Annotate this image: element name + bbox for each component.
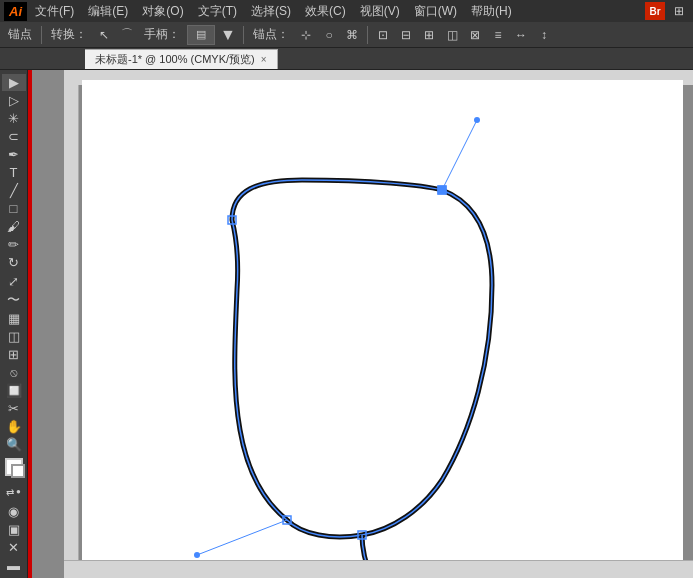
fill-box[interactable] bbox=[5, 458, 23, 476]
menu-right: Br ⊞ bbox=[645, 1, 689, 21]
transform-btn2[interactable]: ⌒ bbox=[117, 25, 137, 45]
ai-logo: Ai bbox=[4, 2, 27, 21]
menu-edit[interactable]: 编辑(E) bbox=[82, 1, 134, 22]
scissors-tool[interactable]: ✂ bbox=[2, 400, 26, 417]
svg-point-8 bbox=[194, 552, 200, 558]
toolbar-extra6[interactable]: ≡ bbox=[488, 25, 508, 45]
hand-tool[interactable]: ✋ bbox=[2, 418, 26, 435]
lasso-tool[interactable]: ⊂ bbox=[2, 128, 26, 145]
color-box-row bbox=[5, 458, 23, 476]
transform-btn1[interactable]: ↖ bbox=[94, 25, 114, 45]
anchor-label: 锚点 bbox=[4, 26, 36, 43]
svg-rect-9 bbox=[438, 186, 446, 194]
warp-tool[interactable]: 〜 bbox=[2, 291, 26, 309]
gradient-mode-btn[interactable]: ▣ bbox=[2, 521, 26, 538]
ruler-left bbox=[64, 85, 79, 578]
color-mode-btn[interactable]: ◉ bbox=[2, 503, 26, 520]
magic-wand-tool[interactable]: ✳ bbox=[2, 110, 26, 127]
gradient-tool[interactable]: ◫ bbox=[2, 328, 26, 345]
line-tool[interactable]: ╱ bbox=[2, 182, 26, 199]
br-logo: Br bbox=[645, 2, 665, 20]
blend-tool[interactable]: ⍉ bbox=[2, 364, 26, 381]
type-tool[interactable]: T bbox=[2, 164, 26, 181]
svg-line-2 bbox=[197, 520, 287, 555]
left-toolbar: ▶ ▷ ✳ ⊂ ✒ T ╱ □ 🖌 ✏ ↻ ⤢ 〜 ▦ ◫ ⊞ ⍉ 🔲 ✂ ✋ … bbox=[0, 70, 28, 578]
color-boxes: ⇄ ● bbox=[5, 458, 23, 498]
direct-selection-tool[interactable]: ▷ bbox=[2, 92, 26, 109]
paintbrush-tool[interactable]: 🖌 bbox=[2, 218, 26, 235]
layout-icon[interactable]: ⊞ bbox=[669, 1, 689, 21]
scale-tool[interactable]: ⤢ bbox=[2, 273, 26, 290]
toolbar-extra7[interactable]: ↔ bbox=[511, 25, 531, 45]
canvas-area[interactable]: // ruler markings will be CSS only bbox=[32, 70, 693, 578]
anchorpoint-label: 锚点： bbox=[249, 26, 293, 43]
tab-row: 未标题-1* @ 100% (CMYK/预览) × bbox=[0, 48, 693, 70]
toolbar-extra3[interactable]: ⊞ bbox=[419, 25, 439, 45]
svg-point-7 bbox=[474, 117, 480, 123]
mesh-tool[interactable]: ⊞ bbox=[2, 346, 26, 363]
sep1 bbox=[41, 26, 42, 44]
sep3 bbox=[367, 26, 368, 44]
toolbar-extra8[interactable]: ↕ bbox=[534, 25, 554, 45]
toolbar-extra5[interactable]: ⊠ bbox=[465, 25, 485, 45]
handle-btn1[interactable]: ▼ bbox=[218, 25, 238, 45]
swap-colors-btn[interactable]: ⇄ bbox=[6, 487, 14, 498]
menu-object[interactable]: 对象(O) bbox=[136, 1, 189, 22]
rect-tool[interactable]: □ bbox=[2, 200, 26, 217]
toolbar-extra2[interactable]: ⊟ bbox=[396, 25, 416, 45]
handle-select1[interactable]: ▤ bbox=[187, 25, 215, 45]
tab-close-btn[interactable]: × bbox=[261, 54, 267, 65]
pen-tool[interactable]: ✒ bbox=[2, 146, 26, 163]
rotate-tool[interactable]: ↻ bbox=[2, 254, 26, 271]
artwork-canvas bbox=[92, 90, 672, 578]
handle-label: 手柄： bbox=[140, 26, 184, 43]
menu-select[interactable]: 选择(S) bbox=[245, 1, 297, 22]
none-mode-btn[interactable]: ✕ bbox=[2, 539, 26, 556]
menu-help[interactable]: 帮助(H) bbox=[465, 1, 518, 22]
menu-view[interactable]: 视图(V) bbox=[354, 1, 406, 22]
anchorpoint-btn3[interactable]: ⌘ bbox=[342, 25, 362, 45]
toolbar: 锚点 转换： ↖ ⌒ 手柄： ▤ ▼ 锚点： ⊹ ○ ⌘ ⊡ ⊟ ⊞ ◫ ⊠ ≡… bbox=[0, 22, 693, 48]
selection-tool[interactable]: ▶ bbox=[2, 74, 26, 91]
status-bar bbox=[64, 560, 693, 578]
graph-tool[interactable]: ▦ bbox=[2, 310, 26, 327]
menu-window[interactable]: 窗口(W) bbox=[408, 1, 463, 22]
menu-effect[interactable]: 效果(C) bbox=[299, 1, 352, 22]
transform-label: 转换： bbox=[47, 26, 91, 43]
tab-title: 未标题-1* @ 100% (CMYK/预览) bbox=[95, 52, 255, 67]
screen-mode-btn[interactable]: ▬ bbox=[2, 557, 26, 574]
toolbar-extra1[interactable]: ⊡ bbox=[373, 25, 393, 45]
pencil-tool[interactable]: ✏ bbox=[2, 236, 26, 253]
sep2 bbox=[243, 26, 244, 44]
menu-bar: Ai 文件(F) 编辑(E) 对象(O) 文字(T) 选择(S) 效果(C) 视… bbox=[0, 0, 693, 22]
main-area: ▶ ▷ ✳ ⊂ ✒ T ╱ □ 🖌 ✏ ↻ ⤢ 〜 ▦ ◫ ⊞ ⍉ 🔲 ✂ ✋ … bbox=[0, 70, 693, 578]
menu-text[interactable]: 文字(T) bbox=[192, 1, 243, 22]
menu-file[interactable]: 文件(F) bbox=[29, 1, 80, 22]
document-tab[interactable]: 未标题-1* @ 100% (CMYK/预览) × bbox=[85, 49, 278, 69]
default-colors-btn[interactable]: ● bbox=[16, 487, 21, 498]
eyedropper-tool[interactable]: 🔲 bbox=[2, 382, 26, 399]
anchorpoint-btn1[interactable]: ⊹ bbox=[296, 25, 316, 45]
svg-line-1 bbox=[442, 120, 477, 190]
zoom-tool[interactable]: 🔍 bbox=[2, 436, 26, 453]
anchorpoint-btn2[interactable]: ○ bbox=[319, 25, 339, 45]
toolbar-extra4[interactable]: ◫ bbox=[442, 25, 462, 45]
